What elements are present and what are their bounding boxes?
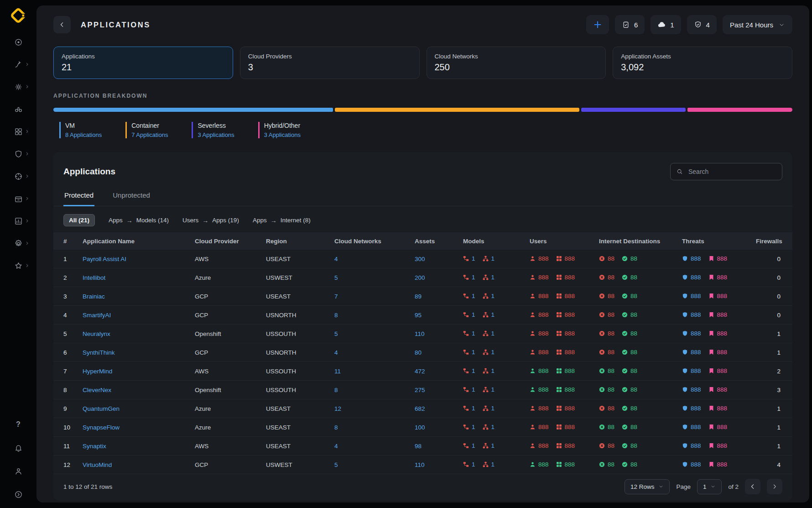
- sidebar-item-shield[interactable]: [7, 146, 29, 162]
- application-link[interactable]: HyperMind: [83, 368, 112, 375]
- brand-logo-icon[interactable]: [10, 7, 26, 24]
- cloud-networks-link[interactable]: 8: [334, 312, 338, 319]
- assets-link[interactable]: 80: [415, 349, 422, 356]
- add-button[interactable]: [586, 15, 609, 34]
- models-count-link[interactable]: 1: [472, 255, 475, 262]
- breakdown-segment-vm[interactable]: [53, 108, 333, 112]
- cloud-networks-link[interactable]: 7: [334, 293, 338, 300]
- sidebar-item-star[interactable]: [7, 257, 29, 274]
- application-link[interactable]: Neuralynx: [83, 330, 110, 337]
- cloud-networks-link[interactable]: 4: [334, 349, 338, 356]
- application-link[interactable]: CleverNex: [83, 387, 111, 393]
- sidebar-item-flow[interactable]: [7, 56, 29, 73]
- application-link[interactable]: Intellibot: [83, 274, 105, 281]
- cloud-networks-link[interactable]: 11: [334, 368, 341, 375]
- legend-count-link[interactable]: 8 Applications: [65, 131, 102, 138]
- models-count-link[interactable]: 1: [491, 424, 495, 430]
- tab-unprotected[interactable]: Unprotected: [112, 191, 151, 206]
- sidebar-item-user[interactable]: [7, 463, 29, 479]
- legend-item-severless[interactable]: Severless3 Applications: [192, 122, 234, 138]
- models-count-link[interactable]: 1: [472, 442, 475, 449]
- sidebar-item-expand[interactable]: [7, 486, 29, 503]
- models-count-link[interactable]: 1: [472, 293, 475, 299]
- cloud-networks-link[interactable]: 5: [334, 461, 338, 468]
- models-count-link[interactable]: 1: [472, 461, 475, 468]
- breakdown-segment-container[interactable]: [335, 108, 579, 112]
- sidebar-item-help[interactable]: ?: [7, 416, 29, 433]
- application-link[interactable]: SynthiThink: [83, 349, 115, 356]
- legend-item-hybrid-other[interactable]: Hybrid/Other3 Applications: [258, 122, 301, 138]
- assets-link[interactable]: 275: [415, 387, 425, 393]
- cloud-networks-link[interactable]: 8: [334, 424, 338, 431]
- sidebar-item-grid[interactable]: [7, 123, 29, 140]
- models-count-link[interactable]: 1: [472, 311, 475, 318]
- sidebar-item-gear[interactable]: [7, 235, 29, 251]
- models-count-link[interactable]: 1: [491, 386, 495, 393]
- assets-link[interactable]: 472: [415, 368, 425, 375]
- cloud-networks-link[interactable]: 4: [334, 256, 338, 262]
- legend-count-link[interactable]: 7 Applications: [131, 131, 168, 138]
- legend-item-container[interactable]: Container7 Applications: [125, 122, 168, 138]
- breakdown-segment-hybrid-other[interactable]: [687, 108, 792, 112]
- application-link[interactable]: Payroll Assist AI: [83, 256, 126, 262]
- search-input[interactable]: [687, 168, 776, 176]
- stat-card-applications[interactable]: Applications21: [53, 47, 233, 79]
- filter-apps-models[interactable]: Apps→Models (14): [109, 217, 169, 224]
- rows-per-page-select[interactable]: 12 Rows: [625, 479, 670, 494]
- application-link[interactable]: Synaptix: [83, 443, 106, 450]
- models-count-link[interactable]: 1: [491, 405, 495, 412]
- sidebar-item-archive[interactable]: [7, 190, 29, 207]
- sidebar-item-swarm[interactable]: [7, 79, 29, 95]
- models-count-link[interactable]: 1: [472, 349, 475, 356]
- cloud-networks-link[interactable]: 8: [334, 387, 338, 393]
- tab-protected[interactable]: Protected: [63, 191, 94, 206]
- models-count-link[interactable]: 1: [491, 293, 495, 299]
- prev-page-button[interactable]: [745, 479, 760, 494]
- models-count-link[interactable]: 1: [472, 405, 475, 412]
- assets-link[interactable]: 200: [415, 274, 425, 281]
- clipboard-check-badge-button[interactable]: 6: [615, 15, 645, 34]
- assets-link[interactable]: 110: [415, 330, 425, 337]
- models-count-link[interactable]: 1: [491, 349, 495, 356]
- models-count-link[interactable]: 1: [491, 367, 495, 374]
- sidebar-item-binoculars[interactable]: [7, 101, 29, 117]
- legend-count-link[interactable]: 3 Applications: [198, 131, 234, 138]
- legend-item-vm[interactable]: VM8 Applications: [59, 122, 102, 138]
- models-count-link[interactable]: 1: [491, 311, 495, 318]
- models-count-link[interactable]: 1: [491, 461, 495, 468]
- stat-card-application-assets[interactable]: Application Assets3,092: [613, 47, 792, 79]
- search-box[interactable]: [670, 163, 782, 180]
- time-range-dropdown[interactable]: Past 24 Hours: [723, 15, 792, 34]
- application-link[interactable]: Brainiac: [83, 293, 105, 300]
- stat-card-cloud-providers[interactable]: Cloud Providers3: [240, 47, 420, 79]
- page-select[interactable]: 1: [697, 479, 722, 494]
- models-count-link[interactable]: 1: [491, 442, 495, 449]
- models-count-link[interactable]: 1: [472, 367, 475, 374]
- application-link[interactable]: SynapseFlow: [83, 424, 120, 431]
- next-page-button[interactable]: [767, 479, 782, 494]
- filter-apps-internet[interactable]: Apps→Internet (8): [253, 217, 311, 224]
- assets-link[interactable]: 98: [415, 443, 422, 450]
- models-count-link[interactable]: 1: [472, 274, 475, 281]
- assets-link[interactable]: 110: [415, 461, 425, 468]
- legend-count-link[interactable]: 3 Applications: [264, 131, 301, 138]
- sidebar-item-radar[interactable]: [7, 34, 29, 50]
- models-count-link[interactable]: 1: [491, 274, 495, 281]
- cloud-badge-button[interactable]: 1: [651, 15, 681, 34]
- models-count-link[interactable]: 1: [472, 424, 475, 430]
- application-link[interactable]: VirtuoMind: [83, 461, 112, 468]
- assets-link[interactable]: 89: [415, 293, 422, 300]
- assets-link[interactable]: 100: [415, 424, 425, 431]
- filter-users-apps[interactable]: Users→Apps (19): [182, 217, 239, 224]
- assets-link[interactable]: 95: [415, 312, 422, 319]
- models-count-link[interactable]: 1: [472, 386, 475, 393]
- cloud-networks-link[interactable]: 4: [334, 443, 338, 450]
- stat-card-cloud-networks[interactable]: Cloud Networks250: [427, 47, 606, 79]
- shield-check-badge-button[interactable]: 4: [687, 15, 717, 34]
- back-button[interactable]: [53, 16, 71, 33]
- cloud-networks-link[interactable]: 5: [334, 274, 338, 281]
- application-link[interactable]: QuantumGen: [83, 405, 120, 412]
- assets-link[interactable]: 300: [415, 256, 425, 262]
- models-count-link[interactable]: 1: [472, 330, 475, 337]
- sidebar-item-lifebuoy[interactable]: [7, 168, 29, 184]
